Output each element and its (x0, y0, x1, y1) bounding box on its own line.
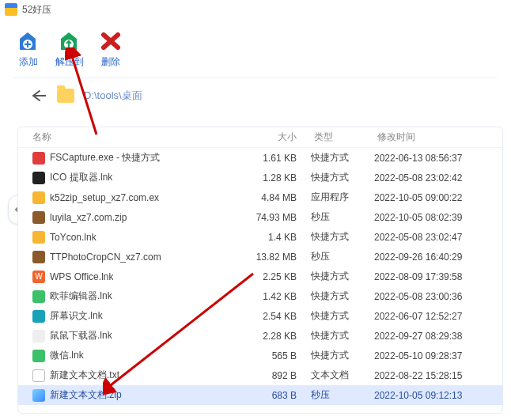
file-icon (32, 290, 45, 303)
file-type: 快捷方式 (311, 151, 374, 165)
file-type: 快捷方式 (311, 329, 374, 342)
file-date: 2022-09-26 16:40:29 (374, 252, 502, 263)
file-icon (32, 310, 45, 323)
file-size: 892 B (240, 370, 311, 381)
file-date: 2022-06-13 08:56:37 (374, 153, 502, 164)
delete-label: 删除 (101, 55, 120, 69)
file-name: 微信.lnk (50, 349, 84, 362)
file-icon (32, 231, 45, 244)
file-name: 屏幕识文.lnk (50, 309, 103, 323)
file-type: 快捷方式 (311, 230, 374, 244)
file-size: 1.4 KB (240, 232, 311, 243)
file-name: TTPhotoCropCN_xz7.com (50, 252, 161, 263)
file-size: 2.28 KB (240, 331, 311, 342)
file-name: FSCapture.exe - 快捷方式 (50, 151, 160, 165)
col-size[interactable]: 大小 (240, 131, 311, 144)
file-type: 秒压 (311, 388, 374, 402)
col-type[interactable]: 类型 (311, 131, 374, 144)
file-type: 快捷方式 (311, 270, 374, 283)
app-logo-icon (5, 3, 17, 16)
file-type: 秒压 (311, 210, 374, 224)
file-size: 13.82 MB (240, 252, 311, 263)
app-title: 52好压 (22, 3, 51, 17)
file-row[interactable]: 新建文本文档.zip683 B秒压2022-10-05 09:12:13 (18, 385, 502, 405)
add-button[interactable]: 添加 (16, 30, 41, 69)
file-row[interactable]: 微信.lnk565 B快捷方式2022-05-10 09:28:37 (18, 346, 502, 365)
file-type: 快捷方式 (311, 171, 374, 184)
file-name: 鼠鼠下载器.lnk (50, 329, 112, 342)
file-row[interactable]: ToYcon.lnk1.4 KB快捷方式2022-05-08 23:02:47 (18, 227, 502, 247)
file-name: 新建文本文档.zip (50, 388, 122, 402)
add-archive-icon (16, 30, 41, 52)
file-size: 1.61 KB (240, 153, 311, 164)
file-date: 2022-10-05 09:00:22 (374, 192, 502, 203)
file-row[interactable]: FSCapture.exe - 快捷方式1.61 KB快捷方式2022-06-1… (18, 148, 502, 168)
file-row[interactable]: 鼠鼠下载器.lnk2.28 KB快捷方式2022-09-27 08:29:38 (18, 326, 502, 346)
file-date: 2022-06-07 12:52:27 (374, 311, 502, 322)
delete-x-icon (98, 30, 123, 52)
file-type: 应用程序 (311, 191, 374, 204)
file-type: 快捷方式 (311, 349, 374, 362)
file-icon (32, 389, 45, 402)
file-date: 2022-05-10 09:28:37 (374, 350, 502, 361)
folder-icon (57, 89, 74, 103)
file-date: 2022-09-27 08:29:38 (374, 331, 502, 342)
col-date[interactable]: 修改时间 (374, 131, 502, 144)
file-row[interactable]: WWPS Office.lnk2.25 KB快捷方式2022-08-09 17:… (18, 267, 502, 286)
file-row[interactable]: TTPhotoCropCN_xz7.com13.82 MB秒压2022-09-2… (18, 247, 502, 267)
file-date: 2022-10-05 08:02:39 (374, 212, 502, 223)
file-row[interactable]: luyila_xz7.com.zip74.93 MB秒压2022-10-05 0… (18, 207, 502, 227)
delete-button[interactable]: 删除 (98, 30, 123, 69)
file-type: 文本文档 (311, 369, 374, 382)
file-icon (32, 152, 45, 165)
file-name: 新建文本文档.txt (50, 369, 119, 382)
extract-label: 解压到 (55, 55, 84, 69)
file-size: 565 B (240, 350, 311, 361)
file-name: WPS Office.lnk (50, 271, 113, 282)
add-label: 添加 (19, 55, 38, 69)
column-header[interactable]: 名称 大小 类型 修改时间 (18, 127, 502, 148)
file-date: 2022-08-22 15:28:15 (374, 370, 502, 381)
file-icon (32, 330, 45, 342)
file-icon (32, 369, 45, 382)
file-size: 683 B (240, 390, 311, 401)
extract-button[interactable]: 解压到 (55, 30, 84, 69)
current-path[interactable]: D:\tools\桌面 (84, 89, 142, 103)
file-size: 2.25 KB (240, 271, 311, 282)
file-name: luyila_xz7.com.zip (50, 212, 127, 223)
file-icon (32, 251, 45, 263)
file-row[interactable]: ICO 提取器.lnk1.28 KB快捷方式2022-05-08 23:02:4… (18, 168, 502, 187)
file-type: 秒压 (311, 250, 374, 263)
file-size: 2.54 KB (240, 311, 311, 322)
file-icon (32, 350, 45, 362)
file-icon (32, 191, 45, 204)
file-size: 4.84 MB (240, 192, 311, 203)
file-size: 1.42 KB (240, 291, 311, 302)
toolbar: 添加 解压到 删除 (0, 19, 511, 78)
file-date: 2022-10-05 09:12:13 (374, 390, 502, 401)
file-row[interactable]: k52zip_setup_xz7.com.ex4.84 MB应用程序2022-1… (18, 187, 502, 207)
file-date: 2022-05-08 23:00:36 (374, 291, 502, 302)
file-date: 2022-05-08 23:02:42 (374, 172, 502, 184)
path-row: D:\tools\桌面 (0, 78, 511, 116)
file-size: 74.93 MB (240, 212, 311, 223)
file-size: 1.28 KB (240, 172, 311, 184)
file-row[interactable]: 新建文本文档.txt892 B文本文档2022-08-22 15:28:15 (18, 365, 502, 385)
file-icon (32, 172, 45, 184)
file-type: 快捷方式 (311, 289, 374, 303)
file-panel: 名称 大小 类型 修改时间 FSCapture.exe - 快捷方式1.61 K… (17, 127, 503, 414)
file-icon: W (32, 271, 45, 283)
file-row[interactable]: 屏幕识文.lnk2.54 KB快捷方式2022-06-07 12:52:27 (18, 306, 502, 326)
file-row[interactable]: 欧菲编辑器.lnk1.42 KB快捷方式2022-05-08 23:00:36 (18, 286, 502, 306)
file-date: 2022-08-09 17:39:58 (374, 271, 502, 282)
file-icon (32, 211, 45, 224)
back-button[interactable] (28, 86, 47, 105)
file-date: 2022-05-08 23:02:47 (374, 232, 502, 243)
file-name: ICO 提取器.lnk (50, 171, 112, 184)
file-name: k52zip_setup_xz7.com.ex (50, 192, 159, 203)
extract-archive-icon (57, 30, 82, 52)
file-name: ToYcon.lnk (50, 232, 97, 243)
title-bar: 52好压 (0, 0, 511, 19)
file-name: 欧菲编辑器.lnk (50, 289, 112, 303)
col-name[interactable]: 名称 (18, 131, 240, 144)
